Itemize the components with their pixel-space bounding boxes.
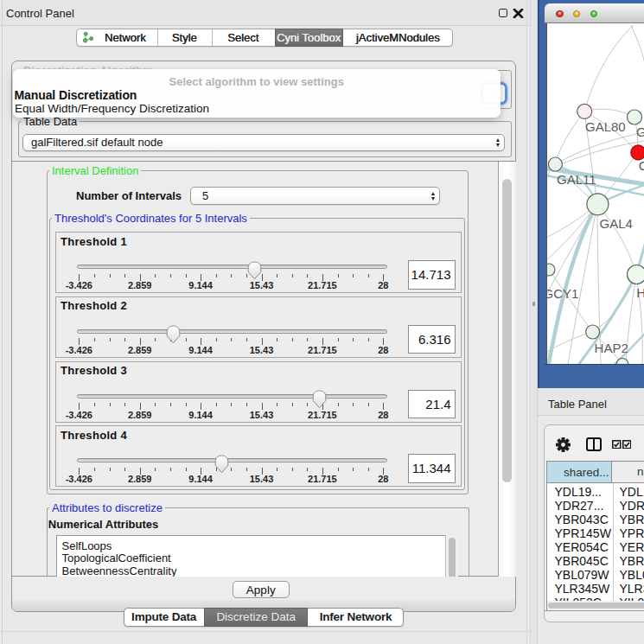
svg-text:GCY1: GCY1 xyxy=(547,286,578,301)
svg-text:GAL80: GAL80 xyxy=(585,119,626,134)
svg-text:GAL11: GAL11 xyxy=(557,172,596,187)
svg-text:HXT: HXT xyxy=(636,285,644,300)
svg-text:GAL3: GAL3 xyxy=(636,124,644,139)
svg-text:HAP2: HAP2 xyxy=(595,341,628,355)
svg-text:COX: COX xyxy=(639,158,644,173)
svg-text:GAL4: GAL4 xyxy=(600,216,633,231)
